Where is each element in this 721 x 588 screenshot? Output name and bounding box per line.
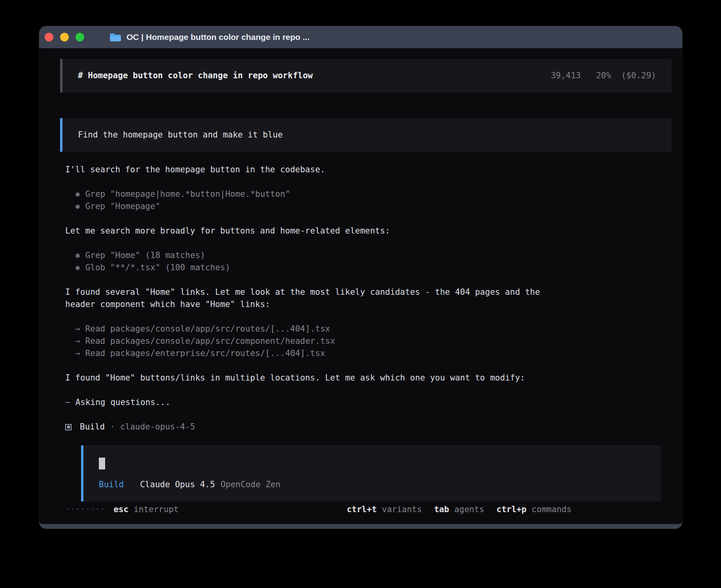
assistant-message: I'll search for the homepage button in t… <box>65 164 550 176</box>
shortcut-key: ctrl+t <box>347 503 377 516</box>
user-message: Find the homepage button and make it blu… <box>60 118 672 152</box>
arrow-right-icon: → <box>75 349 80 358</box>
agent-name: Build <box>80 421 105 433</box>
zoom-button[interactable] <box>75 33 84 41</box>
close-button[interactable] <box>45 33 53 41</box>
session-content: # Homepage button color change in repo w… <box>39 48 682 503</box>
assistant-paragraph: Let me search more broadly for buttons a… <box>65 225 550 237</box>
terminal: # Homepage button color change in repo w… <box>39 48 682 524</box>
window-title-area: OC | Homepage button color change in rep… <box>109 32 310 42</box>
arrow-right-icon: → <box>75 336 80 346</box>
agent-badge-row: Build · claude-opus-4-5 <box>65 421 550 433</box>
shortcut-key: tab <box>434 503 449 516</box>
window-title: OC | Homepage button color change in rep… <box>126 32 310 42</box>
tool-asterisk-icon: ✱ <box>75 251 80 260</box>
user-message-text: Find the homepage button and make it blu… <box>78 130 283 139</box>
progress-spinner: ········ <box>65 503 105 516</box>
separator-dot: · <box>110 421 115 433</box>
session-cost: ($0.29) <box>621 71 656 80</box>
tool-call-text: Grep "homepage|home.*button|Home.*button… <box>85 189 290 199</box>
session-title: # Homepage button color change in repo w… <box>78 70 313 82</box>
assistant-paragraph: I'll search for the homepage button in t… <box>65 164 550 176</box>
status-bar: ········ esc interrupt ctrl+t variants t… <box>39 503 682 516</box>
tool-call-text: Read packages/enterprise/src/routes/[...… <box>85 349 325 358</box>
shortcut-key: ctrl+p <box>496 503 527 516</box>
shortcut-label: variants <box>382 503 422 516</box>
assistant-message: I found several "Home" links. Let me loo… <box>65 286 550 311</box>
status-text: Asking questions... <box>75 398 170 407</box>
tool-call-read: →Read packages/console/app/src/routes/[.… <box>65 323 550 335</box>
tool-call-group: →Read packages/console/app/src/routes/[.… <box>65 323 550 360</box>
build-agent-icon <box>65 424 72 430</box>
tool-call-read: →Read packages/enterprise/src/routes/[..… <box>65 347 550 360</box>
session-header: # Homepage button color change in repo w… <box>60 59 672 92</box>
tool-asterisk-icon: ✱ <box>75 263 80 272</box>
transcript: I'll search for the homepage button in t… <box>60 164 550 433</box>
input-meta: Build Claude Opus 4.5 OpenCode Zen <box>99 479 646 491</box>
titlebar[interactable]: OC | Homepage button color change in rep… <box>39 26 682 48</box>
interrupt-label: interrupt <box>134 503 179 516</box>
assistant-paragraph: I found "Home" buttons/links in multiple… <box>65 372 550 384</box>
assistant-paragraph: I found several "Home" links. Let me loo… <box>65 286 550 311</box>
context-percent: 20% <box>596 71 611 80</box>
tilde-icon: ~ <box>65 398 70 407</box>
shortcut-variants: ctrl+t variants <box>347 503 422 516</box>
shortcut-commands: ctrl+p commands <box>496 503 572 516</box>
esc-key-label: esc <box>113 503 128 516</box>
assistant-message: Let me search more broadly for buttons a… <box>65 225 550 237</box>
terminal-window: OC | Homepage button color change in rep… <box>39 26 682 529</box>
model-name: Claude Opus 4.5 <box>140 479 215 491</box>
tool-call-group: ✱Grep "Home" (18 matches) ✱Glob "**/*.ts… <box>65 249 550 274</box>
shortcut-agents: tab agents <box>434 503 484 516</box>
shortcut-hints: ctrl+t variants tab agents ctrl+p comman… <box>347 503 572 516</box>
tool-call-glob: ✱Glob "**/*.tsx" (100 matches) <box>65 262 550 274</box>
text-cursor <box>99 458 105 469</box>
shortcut-label: commands <box>532 503 572 516</box>
agent-model: claude-opus-4-5 <box>120 421 195 433</box>
session-stats: 39,413 20% ($0.29) <box>551 70 656 82</box>
tool-call-text: Read packages/console/app/src/component/… <box>85 336 335 346</box>
tool-call-grep: ✱Grep "Homepage" <box>65 200 550 213</box>
arrow-right-icon: → <box>75 324 80 334</box>
prompt-input[interactable]: Build Claude Opus 4.5 OpenCode Zen <box>81 445 661 501</box>
asking-questions-status: ~Asking questions... <box>65 396 550 409</box>
mode-indicator[interactable]: Build <box>99 479 124 491</box>
tool-call-grep: ✱Grep "homepage|home.*button|Home.*butto… <box>65 188 550 200</box>
tool-call-text: Read packages/console/app/src/routes/[..… <box>85 324 330 334</box>
minimize-button[interactable] <box>60 33 69 41</box>
shortcut-label: agents <box>454 503 484 516</box>
tool-call-text: Glob "**/*.tsx" (100 matches) <box>85 263 230 272</box>
folder-icon <box>109 32 121 42</box>
status-message: ~Asking questions... <box>65 396 550 409</box>
traffic-lights <box>45 33 84 41</box>
tool-call-grep: ✱Grep "Home" (18 matches) <box>65 249 550 262</box>
tool-call-text: Grep "Home" (18 matches) <box>85 251 205 260</box>
provider-name: OpenCode Zen <box>221 479 281 491</box>
tool-call-read: →Read packages/console/app/src/component… <box>65 335 550 347</box>
tool-call-text: Grep "Homepage" <box>85 202 160 211</box>
assistant-message: I found "Home" buttons/links in multiple… <box>65 372 550 384</box>
token-count: 39,413 <box>551 71 581 80</box>
tool-call-group: ✱Grep "homepage|home.*button|Home.*butto… <box>65 188 550 213</box>
interrupt-hint: esc interrupt <box>113 503 179 516</box>
tool-asterisk-icon: ✱ <box>75 202 80 211</box>
tool-asterisk-icon: ✱ <box>75 189 80 199</box>
